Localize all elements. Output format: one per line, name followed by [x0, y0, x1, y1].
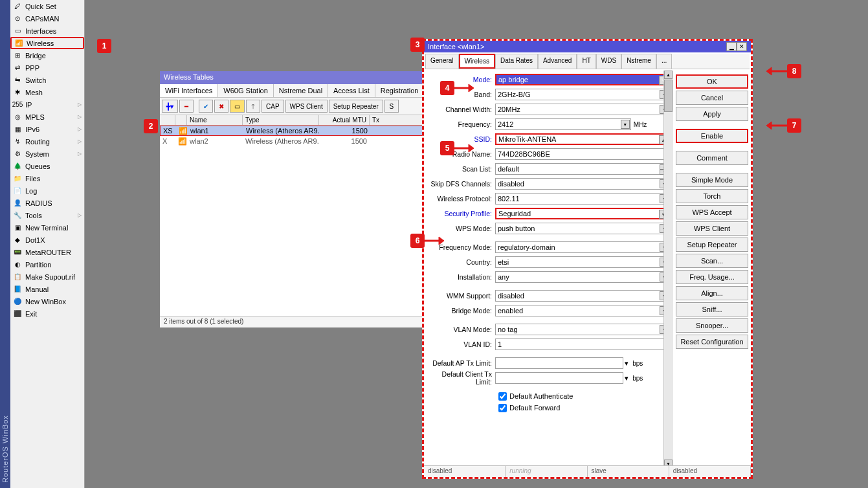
- close-icon[interactable]: ✕: [737, 42, 747, 51]
- sidebar-item-routing[interactable]: ↯Routing▷: [10, 135, 84, 148]
- sidebar-item-new-terminal[interactable]: ▣New Terminal: [10, 221, 84, 234]
- torch-button[interactable]: Torch: [676, 189, 748, 203]
- country-select[interactable]: etsi▼: [495, 256, 670, 268]
- sidebar-item-manual[interactable]: 📘Manual: [10, 283, 84, 295]
- svg-marker-5: [439, 237, 444, 245]
- tab-advanced[interactable]: Advanced: [538, 54, 577, 69]
- table-row[interactable]: XS📶wlan1Wireless (Atheros AR9...1500: [160, 126, 423, 136]
- installation-select[interactable]: any▼: [495, 271, 670, 283]
- sidebar-item-switch[interactable]: ⇆Switch: [10, 74, 84, 86]
- sidebar-item-partition[interactable]: ◐Partition: [10, 258, 84, 271]
- wps-client-button[interactable]: WPS Client: [676, 221, 748, 236]
- scan-list-select[interactable]: default▲▼: [495, 163, 670, 175]
- simple-mode-button[interactable]: Simple Mode: [676, 173, 748, 187]
- sidebar-item-log[interactable]: 📄Log: [10, 184, 84, 197]
- sidebar-item-ip[interactable]: 255IP▷: [10, 98, 84, 111]
- snooper--button[interactable]: Snooper...: [676, 318, 748, 333]
- sidebar-item-mesh[interactable]: ✱Mesh: [10, 86, 84, 98]
- setup-repeater-button[interactable]: Setup Repeater: [329, 100, 383, 113]
- tab-access-list[interactable]: Access List: [328, 84, 375, 97]
- channel-width-select[interactable]: 20MHz▼: [495, 104, 670, 115]
- sidebar-item-tools[interactable]: 🔧Tools▷: [10, 209, 84, 221]
- table-row[interactable]: X📶wlan2Wireless (Atheros AR9...1500: [160, 136, 423, 146]
- tab-registration[interactable]: Registration: [375, 84, 425, 97]
- sidebar-item-files[interactable]: 📁Files: [10, 172, 84, 184]
- disable-button[interactable]: ✖: [214, 100, 228, 113]
- tab-w60g-station[interactable]: W60G Station: [218, 84, 273, 97]
- freq-usage--button[interactable]: Freq. Usage...: [676, 270, 748, 284]
- comment-button[interactable]: ▭: [230, 100, 245, 113]
- menu-icon: 🌲: [13, 162, 22, 171]
- tab-wds[interactable]: WDS: [596, 54, 621, 69]
- enable-button[interactable]: ✔: [199, 100, 213, 113]
- frequency-select[interactable]: 2412▼: [495, 118, 631, 130]
- sniff--button[interactable]: Sniff...: [676, 302, 748, 316]
- tab-ht[interactable]: HT: [577, 54, 595, 69]
- wps-accept-button[interactable]: WPS Accept: [676, 205, 748, 219]
- remove-button[interactable]: ━: [179, 100, 194, 113]
- ok-button[interactable]: OK: [676, 74, 748, 89]
- sidebar-item-make-supout-rif[interactable]: 📋Make Supout.rif: [10, 271, 84, 283]
- tab-general[interactable]: General: [425, 54, 459, 69]
- security-profile-select[interactable]: Seguridad▼: [495, 208, 670, 219]
- sidebar-item-system[interactable]: ⚙System▷: [10, 148, 84, 160]
- default-authenticate-checkbox[interactable]: [498, 392, 507, 401]
- client-tx-limit-input[interactable]: [495, 372, 623, 384]
- sidebar-item-queues[interactable]: 🌲Queues: [10, 160, 84, 172]
- tab-wireless[interactable]: Wireless: [459, 54, 495, 69]
- sidebar-item-capsman[interactable]: ⊙CAPsMAN: [10, 12, 84, 25]
- vlan-mode-select[interactable]: no tag▼: [495, 324, 670, 335]
- wps-client-button[interactable]: WPS Client: [285, 100, 328, 113]
- reset-configuration-button[interactable]: Reset Configuration: [676, 335, 748, 349]
- sidebar-item-new-winbox[interactable]: 🔵New WinBox: [10, 295, 84, 307]
- sidebar-item-label: Queues: [25, 162, 50, 170]
- comment-button[interactable]: Comment: [676, 151, 748, 165]
- ssid-input[interactable]: MikroTik-ANTENA▲: [495, 133, 670, 145]
- window-title[interactable]: Wireless Tables: [160, 71, 423, 84]
- tab-data-rates[interactable]: Data Rates: [495, 54, 538, 69]
- setup-repeater-button[interactable]: Setup Repeater: [676, 238, 748, 252]
- sidebar-item-exit[interactable]: ⬛Exit: [10, 307, 84, 320]
- callout-7: 7: [787, 118, 801, 133]
- skip-dfs-select[interactable]: disabled▼: [495, 178, 670, 190]
- sidebar-item-ipv6[interactable]: ▦IPv6▷: [10, 123, 84, 135]
- band-select[interactable]: 2GHz-B/G▼: [495, 89, 670, 100]
- default-forward-checkbox[interactable]: [498, 404, 507, 412]
- sidebar-item-radius[interactable]: 👤RADIUS: [10, 197, 84, 209]
- wireless-protocol-select[interactable]: 802.11▼: [495, 193, 670, 205]
- scan--button[interactable]: Scan...: [676, 254, 748, 268]
- sidebar-item-dot1x[interactable]: ◆Dot1X: [10, 234, 84, 246]
- tab-wifi-interfaces[interactable]: WiFi Interfaces: [160, 84, 218, 97]
- minimize-icon[interactable]: ▁: [726, 42, 737, 51]
- add-button[interactable]: ╋▾: [162, 100, 178, 113]
- wps-mode-select[interactable]: push button▼: [495, 223, 670, 234]
- sidebar-item-bridge[interactable]: ⊞Bridge: [10, 49, 84, 61]
- tab-nstreme-dual[interactable]: Nstreme Dual: [274, 84, 328, 97]
- tab--[interactable]: ...: [656, 54, 672, 69]
- filter-button[interactable]: ⍑: [246, 100, 260, 113]
- cap-button[interactable]: CAP: [262, 100, 284, 113]
- s-button[interactable]: S: [384, 100, 399, 113]
- menu-icon: ⇆: [13, 76, 22, 85]
- sidebar-item-quick-set[interactable]: 🖊Quick Set: [10, 0, 84, 12]
- radio-name-input[interactable]: 744D28BC96BE: [495, 148, 670, 160]
- sidebar-item-interfaces[interactable]: ▭Interfaces: [10, 25, 84, 37]
- frequency-mode-select[interactable]: regulatory-domain▼: [495, 241, 670, 253]
- tab-nstreme[interactable]: Nstreme: [621, 54, 656, 69]
- mode-select[interactable]: ap bridge▼: [495, 74, 670, 85]
- scrollbar[interactable]: ▲▼: [663, 71, 673, 468]
- ap-tx-limit-input[interactable]: [495, 357, 623, 369]
- apply-button[interactable]: Apply: [676, 107, 748, 121]
- sidebar-item-metarouter[interactable]: 📟MetaROUTER: [10, 246, 84, 258]
- wmm-support-select[interactable]: disabled▼: [495, 290, 670, 302]
- sidebar-item-wireless[interactable]: 📶Wireless: [10, 37, 84, 49]
- menu-icon: ⚙: [13, 150, 22, 159]
- cancel-button[interactable]: Cancel: [676, 91, 748, 105]
- vlan-id-input[interactable]: 1: [495, 338, 670, 350]
- align--button[interactable]: Align...: [676, 286, 748, 300]
- bridge-mode-select[interactable]: enabled▼: [495, 305, 670, 316]
- sidebar-item-mpls[interactable]: ◎MPLS▷: [10, 111, 84, 123]
- enable-button[interactable]: Enable: [676, 129, 748, 143]
- sidebar-item-ppp[interactable]: ⇄PPP: [10, 61, 84, 74]
- window-title[interactable]: Interface <wlan1> ▁ ✕: [424, 41, 751, 52]
